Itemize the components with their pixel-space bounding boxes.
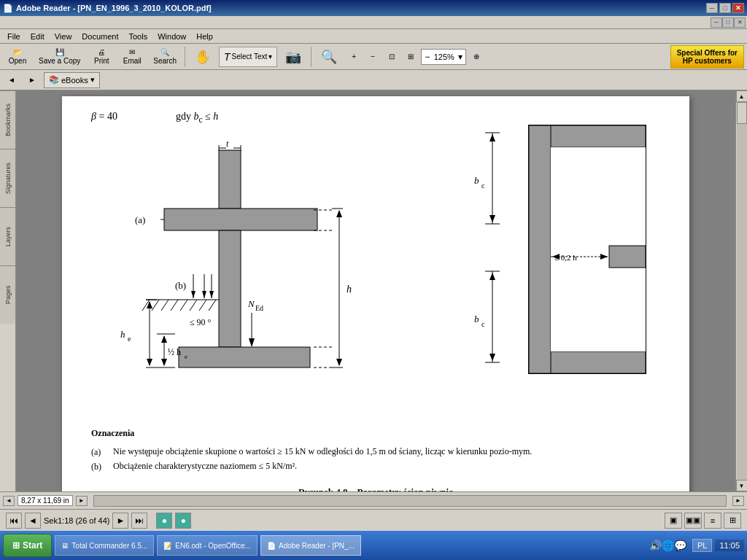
taskbar-item-openoffice[interactable]: 📝 EN6.odt - OpenOffice... [157,535,258,556]
email-label: Email [123,57,142,65]
figure-caption: Rysunek 4.8 – Parametry ścian piwnic [91,485,660,491]
tc-icon: 🖥 [61,542,69,550]
horizontal-scrollbar[interactable] [93,495,727,507]
status-bar: ◄ 8,27 x 11,69 in ► ► [0,491,747,509]
ebooks-label: eBooks [61,76,88,85]
ar-label: Adobe Reader - [PN_... [279,542,355,550]
scroll-track[interactable] [737,102,747,480]
stop-button[interactable]: ● [175,513,191,529]
next-page-button[interactable]: ► [112,513,128,529]
hand-tool-button[interactable]: ✋ [188,45,217,69]
right-scrollbar[interactable]: ▲ ▼ [735,90,747,491]
zoom-decrease-icon[interactable]: − [423,52,431,62]
minimize-button[interactable]: ─ [706,3,718,13]
menu-window[interactable]: Window [153,31,190,42]
scroll-right-button[interactable]: ► [76,496,88,506]
scroll-up-arrow[interactable]: ▲ [736,90,748,102]
fit-page-button[interactable]: ⊡ [383,45,400,69]
inner-close-button[interactable]: ✕ [734,18,746,28]
nav-bar: ⏮ ◄ Sek1:18 (26 of 44) ► ⏭ ● ● ▣ ▣▣ ≡ ⊞ [0,509,747,531]
zoom-button[interactable]: 🔍 [314,45,344,69]
svg-rect-9 [219,230,241,347]
clock-display: 11:05 [715,540,744,551]
pdf-scroll-area[interactable]: β = 40 gdy bc ≤ h t [16,90,735,491]
toolbar-separator-2 [311,47,311,67]
zoom-out-button[interactable]: − [364,45,382,69]
search-icon: 🔍 [160,48,169,56]
text-cursor-icon: T [224,51,231,63]
open-button[interactable]: 📂 Open [3,45,32,69]
svg-text:(b): (b) [175,280,186,291]
svg-line-14 [161,300,169,311]
zoom-in-button[interactable]: + [345,45,363,69]
scroll-left-button[interactable]: ◄ [3,496,15,506]
menu-edit[interactable]: Edit [26,31,49,42]
svg-marker-48 [161,335,167,343]
scroll-far-right-button[interactable]: ► [732,496,744,506]
search-button[interactable]: 🔍 Search [148,45,182,69]
forward-nav-button[interactable]: ► [23,72,41,88]
close-button[interactable]: ✕ [732,3,744,13]
select-text-button[interactable]: T Select Text ▾ [219,47,277,67]
fit-icon: ⊡ [389,52,395,61]
save-icon: 💾 [55,48,64,56]
annotation-b-text: Obciążenie charakterystyczne naziomem ≤ … [113,459,660,473]
menu-view[interactable]: View [50,31,77,42]
beta-label: β = 40 [91,111,117,125]
back-nav-button[interactable]: ◄ [3,72,20,88]
svg-marker-65 [489,354,495,361]
prev-page-button[interactable]: ◄ [25,513,41,529]
menu-tools[interactable]: Tools [125,31,152,42]
start-button[interactable]: ⊞ Start [3,534,52,557]
hp-special-offers-banner[interactable]: Special Offers forHP customers [670,45,744,69]
svg-text:h: h [347,284,352,295]
first-page-button[interactable]: ⏮ [6,513,22,529]
double-page-view-button[interactable]: ▣▣ [684,513,702,529]
sidebar-tab-bookmarks[interactable]: Bookmarks [0,90,15,149]
system-tray: 🔊🌐💬 [646,540,689,551]
email-button[interactable]: ✉ Email [117,45,147,69]
window-title: Adobe Reader - [PN_EN_1996_3_2010_KOLOR.… [16,4,212,12]
left-diagram: β = 40 gdy bc ≤ h t [91,111,471,412]
inner-restore-button[interactable]: □ [722,18,734,28]
fit-width-button[interactable]: ⊞ [402,45,419,69]
app-icon: 📄 [3,4,13,13]
refresh-button[interactable]: ● [156,513,172,529]
toolbar: 📂 Open 💾 Save a Copy 🖨 Print ✉ Email 🔍 S… [0,44,747,70]
menu-file[interactable]: File [3,31,25,42]
grid-view-button[interactable]: ⊞ [724,513,741,529]
sidebar-tab-layers[interactable]: Layers [0,207,15,265]
ebooks-button[interactable]: 📚 eBooks ▾ [44,72,100,88]
svg-marker-23 [191,291,196,298]
menu-help[interactable]: Help [192,31,217,42]
annotation-a-text: Nie występuje obciążenie skupione o wart… [113,444,660,459]
save-copy-button[interactable]: 💾 Save a Copy [34,45,85,69]
scroll-down-arrow[interactable]: ▼ [736,480,748,491]
zoom-increase-icon: ⊕ [473,52,479,61]
svg-line-19 [209,300,216,311]
taskbar-item-totalcommander[interactable]: 🖥 Total Commander 6.5... [55,535,154,556]
scroll-thumb[interactable] [737,102,747,124]
sidebar-tab-signatures[interactable]: Signatures [0,149,15,207]
last-page-button[interactable]: ⏭ [131,513,147,529]
snapshot-button[interactable]: 📷 [279,45,308,69]
svg-line-17 [190,300,197,311]
ebooks-icon: 📚 [49,75,59,85]
inner-minimize-button[interactable]: ─ [711,18,722,28]
taskbar-item-adobereader[interactable]: 📄 Adobe Reader - [PN_... [260,535,361,556]
windows-icon: ⊞ [12,540,20,551]
toolbar2: ◄ ► 📚 eBooks ▾ [0,70,747,90]
single-page-view-button[interactable]: ▣ [665,513,682,529]
zoom-dropdown-icon[interactable]: ▾ [457,52,464,62]
sidebar-tab-pages[interactable]: Pages [0,265,15,324]
menu-document[interactable]: Document [77,31,123,42]
svg-marker-42 [147,359,152,366]
zoom-increase-button[interactable]: ⊕ [468,45,485,69]
language-button[interactable]: PL [692,539,712,552]
restore-button[interactable]: □ [719,3,731,13]
zoom-out-icon: − [371,52,375,61]
svg-rect-27 [179,347,310,368]
continuous-view-button[interactable]: ≡ [704,513,721,529]
print-button[interactable]: 🖨 Print [87,45,116,69]
start-label: Start [23,540,42,551]
